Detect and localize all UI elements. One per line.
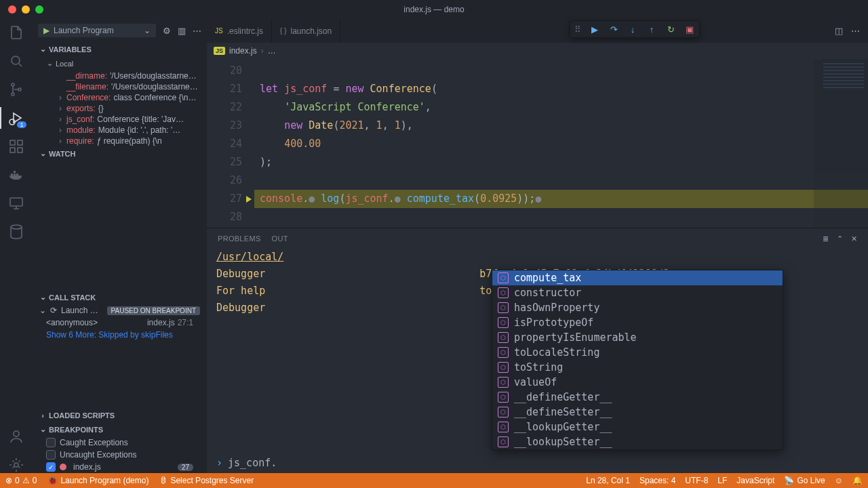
status-indent[interactable]: Spaces: 4 [639, 476, 675, 485]
status-eol[interactable]: LF [717, 476, 727, 485]
status-cursor-pos[interactable]: Ln 28, Col 1 [586, 476, 630, 485]
explorer-icon[interactable] [8, 24, 24, 41]
autocomplete-item[interactable]: ⬡toLocaleString [492, 345, 783, 360]
breakpoint-item[interactable]: ✓ index.js 27 [33, 461, 207, 473]
launch-config-label: Launch Program [54, 26, 114, 35]
stack-frame[interactable]: <anonymous> index.js 27:1 [33, 317, 207, 329]
close-panel-icon[interactable]: ✕ [851, 235, 857, 243]
status-problems[interactable]: ⊗0⚠0 [5, 476, 37, 485]
autocomplete-item[interactable]: ⬡compute_tax [492, 270, 783, 285]
step-over-icon[interactable]: ↷ [608, 24, 619, 35]
grip-icon[interactable]: ⠿ [574, 24, 581, 35]
debug-console-input[interactable] [228, 457, 859, 469]
autocomplete-item[interactable]: ⬡__defineSetter__ [492, 405, 783, 420]
maximize-window-icon[interactable] [35, 5, 43, 14]
account-icon[interactable] [8, 428, 24, 445]
start-debug-icon[interactable]: ▶ [43, 26, 50, 35]
split-editor-icon[interactable]: ◫ [835, 26, 843, 36]
remote-icon[interactable] [8, 195, 24, 211]
code-lines[interactable]: let js_conf = new Conference( 'JavaScrip… [254, 59, 868, 228]
autocomplete-item[interactable]: ⬡constructor [492, 285, 783, 300]
status-golive[interactable]: 📡Go Live [784, 476, 825, 485]
local-scope[interactable]: ⌄Local [33, 56, 207, 70]
loaded-scripts-section[interactable]: ›LOADED SCRIPTS [33, 409, 207, 422]
variables-section[interactable]: ⌄VARIABLES [33, 42, 207, 56]
search-icon[interactable] [8, 53, 24, 69]
more-actions-icon[interactable]: ⋯ [851, 26, 860, 36]
tab-output[interactable]: OUT [272, 235, 288, 243]
status-language[interactable]: JavaScript [736, 476, 774, 485]
uncaught-exceptions-toggle[interactable]: Uncaught Exceptions [33, 449, 207, 461]
variable-item[interactable]: __filename: '/Users/douglasstarne… [33, 81, 207, 92]
line-gutter: 202122232425262728 [207, 59, 254, 228]
svg-point-2 [12, 93, 14, 96]
window-title: index.js — demo [403, 5, 464, 14]
svg-rect-11 [16, 174, 18, 176]
debug-controls[interactable]: ⠿ ▶ ↷ ↓ ↑ ↻ ▣ [570, 20, 700, 38]
checkbox-checked-icon[interactable]: ✓ [46, 462, 56, 472]
source-control-icon[interactable] [8, 81, 24, 98]
broadcast-icon: 📡 [784, 476, 794, 485]
status-postgres[interactable]: 🛢Select Postgres Server [159, 476, 254, 485]
tab-eslintrc[interactable]: JS.eslintrc.js [207, 19, 272, 43]
stop-icon[interactable]: ▣ [684, 24, 695, 35]
svg-rect-12 [14, 171, 16, 173]
debug-console-input-row: › [207, 453, 868, 473]
autocomplete-popup[interactable]: ⬡compute_tax⬡constructor⬡hasOwnProperty⬡… [492, 270, 783, 450]
status-bell-icon[interactable]: 🔔 [852, 476, 863, 485]
variable-item[interactable]: __dirname: '/Users/douglasstarne… [33, 70, 207, 81]
callstack-section[interactable]: ⌄CALL STACK [33, 290, 207, 304]
filter-icon[interactable]: ≣ [823, 235, 829, 243]
minimize-window-icon[interactable] [22, 5, 30, 14]
tab-problems[interactable]: PROBLEMS [218, 235, 261, 243]
breadcrumb[interactable]: JS index.js › … [207, 43, 868, 59]
svg-point-1 [12, 83, 14, 86]
autocomplete-item[interactable]: ⬡hasOwnProperty [492, 300, 783, 315]
database-icon[interactable] [8, 224, 24, 240]
breakpoint-dot-icon [60, 464, 66, 470]
autocomplete-item[interactable]: ⬡propertyIsEnumerable [492, 330, 783, 345]
autocomplete-item[interactable]: ⬡isPrototypeOf [492, 315, 783, 330]
continue-icon[interactable]: ▶ [589, 24, 600, 35]
gear-icon[interactable]: ⚙ [163, 26, 171, 36]
activity-bar: 1 [0, 19, 33, 473]
code-editor[interactable]: 202122232425262728 let js_conf = new Con… [207, 59, 868, 228]
svg-rect-9 [11, 174, 13, 176]
autocomplete-item[interactable]: ⬡toString [492, 360, 783, 375]
breakpoints-section[interactable]: ⌄BREAKPOINTS [33, 422, 207, 436]
prompt-icon: › [216, 457, 222, 469]
skip-files-link[interactable]: Show 6 More: Skipped by skipFiles [33, 329, 207, 341]
variable-item[interactable]: ›exports: {} [33, 103, 207, 114]
status-feedback-icon[interactable]: ☺ [835, 476, 843, 485]
autocomplete-item[interactable]: ⬡__lookupSetter__ [492, 434, 783, 449]
autocomplete-item[interactable]: ⬡__defineGetter__ [492, 390, 783, 405]
svg-rect-8 [18, 148, 22, 152]
minimap[interactable] [814, 59, 868, 228]
more-icon[interactable]: ⋯ [193, 26, 201, 36]
close-window-icon[interactable] [8, 5, 16, 14]
svg-point-15 [14, 431, 19, 436]
svg-point-0 [12, 56, 20, 64]
caught-exceptions-toggle[interactable]: Caught Exceptions [33, 436, 207, 449]
autocomplete-item[interactable]: ⬡__lookupGetter__ [492, 420, 783, 434]
tab-launch-json[interactable]: { }launch.json [272, 19, 340, 43]
callstack-process[interactable]: ⌄ ⟳ Launch … PAUSED ON BREAKPOINT [33, 304, 207, 317]
chevron-up-icon[interactable]: ⌃ [837, 235, 843, 243]
run-debug-icon[interactable]: 1 [8, 110, 24, 126]
step-into-icon[interactable]: ↓ [627, 24, 638, 35]
settings-icon[interactable] [8, 457, 24, 473]
watch-section[interactable]: ⌄WATCH [33, 146, 207, 161]
variable-item[interactable]: ›Conference: class Conference {\n… [33, 92, 207, 103]
step-out-icon[interactable]: ↑ [646, 24, 657, 35]
extensions-icon[interactable] [8, 138, 24, 155]
variable-item[interactable]: ›require: ƒ require(path) {\n [33, 136, 207, 146]
variable-item[interactable]: ›js_conf: Conference {title: 'Jav… [33, 114, 207, 125]
launch-config-select[interactable]: ▶ Launch Program ⌄ [38, 24, 156, 37]
autocomplete-item[interactable]: ⬡valueOf [492, 375, 783, 390]
debug-console-toggle-icon[interactable]: ▥ [178, 26, 186, 36]
status-encoding[interactable]: UTF-8 [685, 476, 708, 485]
variable-item[interactable]: ›module: Module {id: '.', path: '… [33, 125, 207, 136]
status-debug[interactable]: 🐞Launch Program (demo) [47, 476, 149, 485]
docker-icon[interactable] [8, 167, 24, 183]
restart-icon[interactable]: ↻ [665, 24, 676, 35]
